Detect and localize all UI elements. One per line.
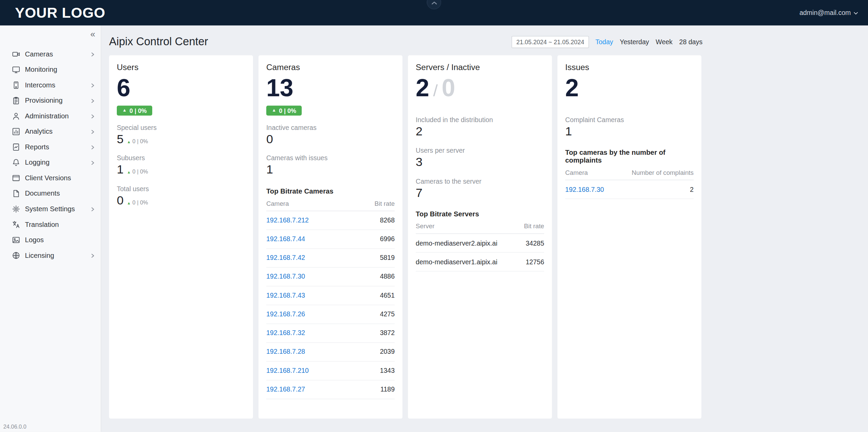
camera-ip-link[interactable]: 192.168.7.212 [266,216,309,224]
sidebar-item-logos[interactable]: Logos [0,232,101,248]
date-range-input[interactable] [511,36,589,48]
column-header: Server [416,223,435,230]
chevron-right-icon [90,114,95,119]
sidebar-item-system-settings[interactable]: System Settings [0,201,101,217]
bitrate-value: 6996 [380,235,395,243]
app-logo: YOUR LOGO [15,4,106,21]
sidebar-item-licensing[interactable]: Licensing [0,248,101,263]
sidebar-collapse-button[interactable]: « [90,30,95,39]
sidebar-item-cameras[interactable]: Cameras [0,47,101,62]
sidebar-item-monitoring[interactable]: Monitoring [0,62,101,78]
system-settings-icon [12,205,20,213]
sidebar-item-label: Provisioning [25,97,85,104]
sidebar-item-intercoms[interactable]: Intercoms [0,78,101,93]
stat-value: 2 [416,124,423,138]
table-row: 192.168.7.304886 [266,267,395,286]
camera-ip-link[interactable]: 192.168.7.26 [266,310,305,318]
version-label: 24.06.0.0 [3,423,27,430]
sidebar-item-reports[interactable]: Reports [0,139,101,155]
camera-icon [12,50,20,58]
bitrate-value: 5819 [380,254,395,262]
stat-value: 0 [266,132,273,146]
user-menu[interactable]: admin@mail.com [800,9,858,17]
column-header: Bit rate [375,200,395,207]
sidebar-item-administration[interactable]: Administration [0,109,101,124]
stat-total-users: Total users 0 ▲0 | 0% [117,185,245,207]
sidebar-collapse-row: « [0,26,101,47]
chevron-right-icon [90,160,95,165]
camera-ip-link[interactable]: 192.168.7.43 [266,292,305,299]
bitrate-value: 1189 [380,386,395,394]
table-header: Server Bit rate [416,223,544,234]
sidebar-item-translation[interactable]: Translation [0,217,101,232]
column-header: Camera [565,169,588,176]
stat-label: Complaint Cameras [565,116,694,124]
stat-label: Total users [117,185,245,193]
bitrate-value: 34285 [526,239,544,247]
sidebar-item-label: Monitoring [25,66,95,73]
chevron-up-icon [431,0,437,9]
stat-delta: ▲0 | 0% [127,138,148,145]
complaints-value: 2 [690,186,694,194]
bitrate-value: 8268 [380,216,395,224]
camera-ip-link[interactable]: 192.168.7.44 [266,235,305,243]
server-name: demo-mediaserver2.aipix.ai [416,239,498,247]
sidebar-item-label: Logos [25,236,95,244]
cameras-total: 13 [266,75,294,101]
camera-ip-link[interactable]: 192.168.7.28 [266,348,305,356]
server-name: demo-mediaserver1.aipix.ai [416,258,498,266]
table-title: Top cameras by the number of complaints [565,149,694,165]
camera-ip-link[interactable]: 192.168.7.42 [266,254,305,262]
table-row: 192.168.7.271189 [266,380,395,399]
sidebar-item-label: Logging [25,159,85,167]
card-title: Issues [565,63,694,72]
monitoring-icon [12,66,20,73]
sidebar-item-label: Licensing [25,252,85,260]
sidebar-item-client-versions[interactable]: Client Versions [0,170,101,186]
sidebar-item-label: Analytics [25,128,85,136]
dashboard-cards: Users 6 ▲ 0 | 0% Special users 5 ▲0 | 0% [109,55,868,419]
range-button-yesterday[interactable]: Yesterday [620,38,649,46]
sidebar-item-label: Documents [25,190,95,198]
sidebar-item-label: Client Versions [25,174,95,182]
sidebar-item-documents[interactable]: Documents [0,186,101,201]
sidebar-item-label: Reports [25,143,85,151]
stat-delta: ▲0 | 0% [127,169,148,175]
stat-label: Subusers [117,154,245,162]
range-button-today[interactable]: Today [595,38,613,46]
users-card: Users 6 ▲ 0 | 0% Special users 5 ▲0 | 0% [109,55,253,419]
table-row: 192.168.7.446996 [266,230,395,249]
camera-ip-link[interactable]: 192.168.7.30 [565,186,604,194]
range-button-week[interactable]: Week [656,38,673,46]
users-total: 6 [117,75,130,101]
stat-delta-text: 0 | 0% [132,200,148,206]
camera-ip-link[interactable]: 192.168.7.30 [266,273,305,281]
chevron-right-icon [90,253,95,258]
bitrate-value: 4651 [380,292,395,299]
growth-badge: ▲ 0 | 0% [117,106,152,116]
caret-up-icon: ▲ [127,201,131,205]
camera-ip-link[interactable]: 192.168.7.27 [266,386,305,394]
caret-up-icon: ▲ [127,140,131,144]
stat-value: 5 [117,132,124,146]
sidebar-item-provisioning[interactable]: Provisioning [0,93,101,109]
stat-value: 0 [117,194,124,207]
range-button-28-days[interactable]: 28 days [679,38,703,46]
bitrate-value: 4886 [380,273,395,281]
stat-label: Inactive cameras [266,124,395,132]
sidebar-item-label: Intercoms [25,81,85,89]
camera-ip-link[interactable]: 192.168.7.210 [266,367,309,375]
stat-complaint-cameras: Complaint Cameras 1 [565,116,694,139]
stat-subusers: Subusers 1 ▲0 | 0% [117,154,245,177]
chevron-down-icon [854,9,858,17]
caret-up-icon: ▲ [127,170,131,174]
stat-label: Users per server [416,147,544,155]
table-row: 192.168.7.282039 [266,343,395,362]
camera-ip-link[interactable]: 192.168.7.32 [266,329,305,337]
table-header: Camera Bit rate [266,200,395,211]
sidebar-item-analytics[interactable]: Analytics [0,124,101,139]
sidebar-item-logging[interactable]: Logging [0,155,101,170]
cameras-card: Cameras 13 ▲ 0 | 0% Inactive cameras 0 C… [258,55,403,419]
chevron-right-icon [90,145,95,150]
reports-icon [12,143,20,151]
